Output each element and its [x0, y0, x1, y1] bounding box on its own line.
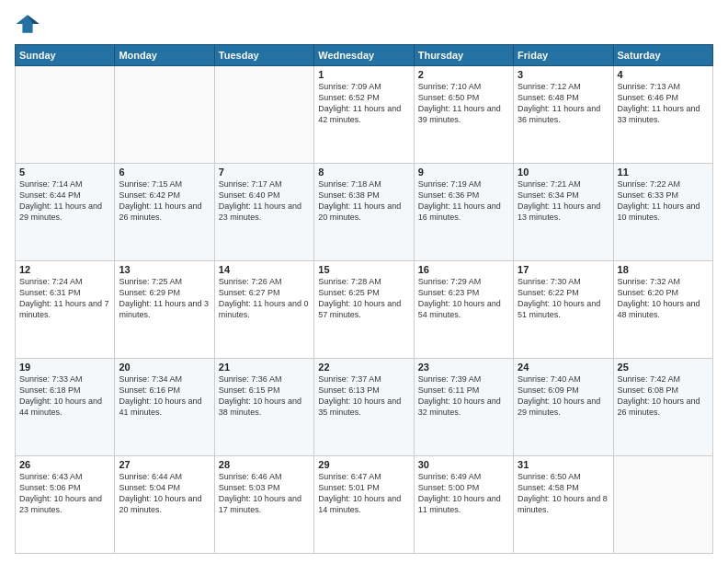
day-number: 13 — [119, 264, 210, 275]
day-number: 17 — [518, 264, 609, 275]
day-info: Sunrise: 7:13 AM Sunset: 6:46 PM Dayligh… — [618, 81, 709, 126]
day-info: Sunrise: 6:50 AM Sunset: 4:58 PM Dayligh… — [518, 471, 609, 516]
weekday-header: Monday — [115, 45, 214, 66]
calendar-cell: 29Sunrise: 6:47 AM Sunset: 5:01 PM Dayli… — [314, 456, 414, 554]
page: SundayMondayTuesdayWednesdayThursdayFrid… — [0, 0, 728, 563]
calendar-cell: 3Sunrise: 7:12 AM Sunset: 6:48 PM Daylig… — [514, 66, 613, 164]
header — [15, 11, 713, 37]
day-info: Sunrise: 7:42 AM Sunset: 6:08 PM Dayligh… — [618, 373, 709, 419]
calendar-cell: 19Sunrise: 7:33 AM Sunset: 6:18 PM Dayli… — [16, 359, 115, 456]
weekday-header: Saturday — [613, 45, 712, 66]
weekday-header: Wednesday — [314, 45, 414, 66]
day-number: 3 — [518, 69, 609, 80]
day-info: Sunrise: 7:40 AM Sunset: 6:09 PM Dayligh… — [518, 373, 609, 419]
day-number: 15 — [318, 264, 409, 275]
day-info: Sunrise: 6:49 AM Sunset: 5:00 PM Dayligh… — [418, 471, 509, 516]
calendar-cell: 26Sunrise: 6:43 AM Sunset: 5:06 PM Dayli… — [16, 456, 115, 554]
day-number: 23 — [418, 362, 509, 373]
calendar-cell: 20Sunrise: 7:34 AM Sunset: 6:16 PM Dayli… — [115, 359, 214, 456]
day-info: Sunrise: 7:29 AM Sunset: 6:23 PM Dayligh… — [418, 276, 509, 321]
calendar-cell — [214, 66, 313, 164]
day-info: Sunrise: 6:46 AM Sunset: 5:03 PM Dayligh… — [219, 471, 310, 516]
calendar-cell: 17Sunrise: 7:30 AM Sunset: 6:22 PM Dayli… — [514, 261, 613, 359]
calendar-cell: 10Sunrise: 7:21 AM Sunset: 6:34 PM Dayli… — [514, 164, 613, 261]
day-info: Sunrise: 7:12 AM Sunset: 6:48 PM Dayligh… — [518, 81, 609, 126]
day-info: Sunrise: 7:15 AM Sunset: 6:42 PM Dayligh… — [119, 178, 210, 224]
day-info: Sunrise: 7:32 AM Sunset: 6:20 PM Dayligh… — [618, 276, 709, 321]
day-info: Sunrise: 7:22 AM Sunset: 6:33 PM Dayligh… — [618, 178, 709, 224]
calendar-cell: 27Sunrise: 6:44 AM Sunset: 5:04 PM Dayli… — [115, 456, 214, 554]
day-info: Sunrise: 7:39 AM Sunset: 6:11 PM Dayligh… — [418, 373, 509, 419]
day-info: Sunrise: 7:17 AM Sunset: 6:40 PM Dayligh… — [219, 178, 310, 224]
day-number: 5 — [19, 167, 110, 178]
day-number: 24 — [518, 362, 609, 373]
calendar-cell — [613, 456, 712, 554]
calendar-cell: 18Sunrise: 7:32 AM Sunset: 6:20 PM Dayli… — [613, 261, 712, 359]
calendar-cell — [115, 66, 214, 164]
day-info: Sunrise: 7:10 AM Sunset: 6:50 PM Dayligh… — [418, 81, 509, 126]
logo-icon — [15, 11, 40, 37]
day-info: Sunrise: 7:19 AM Sunset: 6:36 PM Dayligh… — [418, 178, 509, 224]
day-info: Sunrise: 7:18 AM Sunset: 6:38 PM Dayligh… — [318, 178, 409, 224]
calendar-cell: 2Sunrise: 7:10 AM Sunset: 6:50 PM Daylig… — [414, 66, 513, 164]
calendar-cell: 28Sunrise: 6:46 AM Sunset: 5:03 PM Dayli… — [214, 456, 313, 554]
day-number: 1 — [318, 69, 409, 80]
day-info: Sunrise: 7:14 AM Sunset: 6:44 PM Dayligh… — [19, 178, 110, 224]
calendar-cell: 22Sunrise: 7:37 AM Sunset: 6:13 PM Dayli… — [314, 359, 414, 456]
calendar-cell: 25Sunrise: 7:42 AM Sunset: 6:08 PM Dayli… — [613, 359, 712, 456]
calendar-cell: 6Sunrise: 7:15 AM Sunset: 6:42 PM Daylig… — [115, 164, 214, 261]
calendar-cell: 15Sunrise: 7:28 AM Sunset: 6:25 PM Dayli… — [314, 261, 414, 359]
weekday-header: Sunday — [16, 45, 115, 66]
day-number: 21 — [219, 362, 310, 373]
calendar-week-row: 19Sunrise: 7:33 AM Sunset: 6:18 PM Dayli… — [16, 359, 713, 456]
day-info: Sunrise: 7:34 AM Sunset: 6:16 PM Dayligh… — [119, 373, 210, 419]
calendar-cell: 31Sunrise: 6:50 AM Sunset: 4:58 PM Dayli… — [514, 456, 613, 554]
calendar-cell: 12Sunrise: 7:24 AM Sunset: 6:31 PM Dayli… — [16, 261, 115, 359]
day-info: Sunrise: 7:33 AM Sunset: 6:18 PM Dayligh… — [19, 373, 110, 419]
calendar-cell: 21Sunrise: 7:36 AM Sunset: 6:15 PM Dayli… — [214, 359, 313, 456]
calendar-cell: 30Sunrise: 6:49 AM Sunset: 5:00 PM Dayli… — [414, 456, 513, 554]
calendar-week-row: 26Sunrise: 6:43 AM Sunset: 5:06 PM Dayli… — [16, 456, 713, 554]
calendar-cell: 24Sunrise: 7:40 AM Sunset: 6:09 PM Dayli… — [514, 359, 613, 456]
day-number: 11 — [618, 167, 709, 178]
calendar-cell: 14Sunrise: 7:26 AM Sunset: 6:27 PM Dayli… — [214, 261, 313, 359]
weekday-header: Friday — [514, 45, 613, 66]
calendar-cell: 13Sunrise: 7:25 AM Sunset: 6:29 PM Dayli… — [115, 261, 214, 359]
calendar: SundayMondayTuesdayWednesdayThursdayFrid… — [15, 44, 713, 554]
day-number: 26 — [19, 459, 110, 470]
calendar-header-row: SundayMondayTuesdayWednesdayThursdayFrid… — [16, 45, 713, 66]
day-number: 31 — [518, 459, 609, 470]
calendar-cell: 23Sunrise: 7:39 AM Sunset: 6:11 PM Dayli… — [414, 359, 513, 456]
day-info: Sunrise: 7:24 AM Sunset: 6:31 PM Dayligh… — [19, 276, 110, 321]
day-number: 4 — [618, 69, 709, 80]
day-info: Sunrise: 7:28 AM Sunset: 6:25 PM Dayligh… — [318, 276, 409, 321]
day-number: 27 — [119, 459, 210, 470]
calendar-cell: 9Sunrise: 7:19 AM Sunset: 6:36 PM Daylig… — [414, 164, 513, 261]
day-info: Sunrise: 7:21 AM Sunset: 6:34 PM Dayligh… — [518, 178, 609, 224]
day-number: 2 — [418, 69, 509, 80]
calendar-cell: 7Sunrise: 7:17 AM Sunset: 6:40 PM Daylig… — [214, 164, 313, 261]
day-info: Sunrise: 6:43 AM Sunset: 5:06 PM Dayligh… — [19, 471, 110, 516]
day-number: 12 — [19, 264, 110, 275]
day-number: 22 — [318, 362, 409, 373]
day-info: Sunrise: 7:09 AM Sunset: 6:52 PM Dayligh… — [318, 81, 409, 126]
day-info: Sunrise: 7:26 AM Sunset: 6:27 PM Dayligh… — [219, 276, 310, 321]
calendar-cell — [16, 66, 115, 164]
day-number: 25 — [618, 362, 709, 373]
calendar-cell: 1Sunrise: 7:09 AM Sunset: 6:52 PM Daylig… — [314, 66, 414, 164]
weekday-header: Thursday — [414, 45, 513, 66]
day-number: 20 — [119, 362, 210, 373]
day-number: 16 — [418, 264, 509, 275]
day-number: 6 — [119, 167, 210, 178]
day-number: 7 — [219, 167, 310, 178]
calendar-week-row: 12Sunrise: 7:24 AM Sunset: 6:31 PM Dayli… — [16, 261, 713, 359]
day-number: 10 — [518, 167, 609, 178]
calendar-cell: 16Sunrise: 7:29 AM Sunset: 6:23 PM Dayli… — [414, 261, 513, 359]
calendar-cell: 4Sunrise: 7:13 AM Sunset: 6:46 PM Daylig… — [613, 66, 712, 164]
day-info: Sunrise: 7:36 AM Sunset: 6:15 PM Dayligh… — [219, 373, 310, 419]
day-info: Sunrise: 7:25 AM Sunset: 6:29 PM Dayligh… — [119, 276, 210, 321]
day-number: 30 — [418, 459, 509, 470]
day-number: 29 — [318, 459, 409, 470]
logo — [15, 11, 44, 37]
calendar-body: 1Sunrise: 7:09 AM Sunset: 6:52 PM Daylig… — [16, 66, 713, 554]
